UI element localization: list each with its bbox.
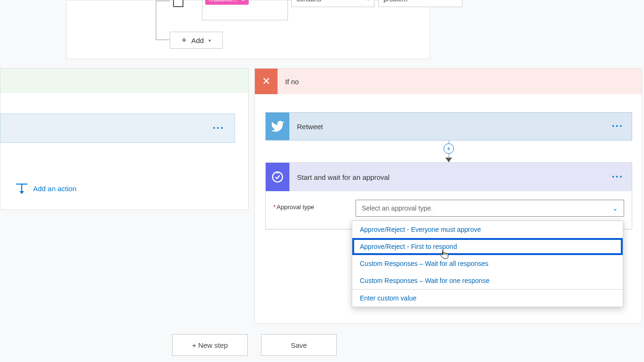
cursor-pointer-icon [440, 249, 449, 262]
if-no-title: If no [285, 78, 299, 86]
operator-value: contains [296, 0, 321, 3]
approval-title: Start and wait for an approval [297, 173, 612, 181]
dropdown-option-wait-all[interactable]: Custom Responses – Wait for all response… [352, 255, 623, 272]
new-step-button[interactable]: + New step [172, 334, 248, 356]
if-no-body: Retweet ··· + Start and wait for an appr… [255, 94, 642, 241]
add-action-icon [16, 184, 27, 193]
flow-connector: + [265, 141, 632, 162]
approval-type-select[interactable]: Select an approval type. ⌄ [356, 200, 624, 217]
condition-card: redworkfl... × contains ▾ problem + Add … [66, 0, 430, 59]
collapsed-action-card[interactable]: ··· [0, 114, 235, 143]
approval-type-dropdown: Approve/Reject - Everyone must approve A… [352, 221, 623, 307]
condition-value-input[interactable]: problem [378, 0, 462, 7]
if-yes-header [0, 69, 248, 93]
retweet-label: Retweet [297, 123, 612, 131]
chevron-down-icon: ▾ [367, 0, 369, 2]
twitter-icon [266, 113, 289, 140]
bottom-buttons: + New step Save [172, 334, 337, 356]
token-label: redworkfl... [209, 0, 237, 3]
dynamic-content-token[interactable]: redworkfl... × [205, 0, 249, 5]
branch-line-vertical [156, 0, 157, 39]
retweet-action-card[interactable]: Retweet ··· [265, 112, 632, 141]
approval-icon [266, 163, 289, 191]
condition-row-checkbox[interactable] [173, 0, 183, 7]
approval-type-label: *Approval type [273, 200, 349, 211]
approval-select-placeholder: Select an approval type. [362, 204, 433, 212]
add-action-button[interactable]: Add an action [16, 184, 77, 193]
token-remove-icon[interactable]: × [242, 0, 245, 3]
condition-operator-select[interactable]: contains ▾ [291, 0, 374, 7]
chevron-down-icon: ⌄ [612, 204, 618, 212]
dropdown-option-everyone[interactable]: Approve/Reject - Everyone must approve [352, 221, 623, 238]
dropdown-option-wait-one[interactable]: Custom Responses – Wait for one response [352, 272, 623, 289]
plus-icon: + [182, 35, 187, 45]
insert-step-button[interactable]: + [444, 143, 454, 154]
close-icon: ✕ [255, 69, 278, 94]
dropdown-option-first-to-respond[interactable]: Approve/Reject - First to respond [352, 238, 623, 255]
add-condition-button[interactable]: + Add ▾ [170, 32, 223, 49]
branch-line-h-top [156, 0, 170, 1]
chevron-down-icon: ▾ [209, 38, 211, 43]
if-no-header: ✕ If no [255, 69, 642, 94]
add-label: Add [191, 36, 204, 44]
approval-action-card: Start and wait for an approval ··· *Appr… [265, 162, 632, 230]
ellipsis-icon[interactable]: ··· [213, 122, 224, 134]
ellipsis-icon[interactable]: ··· [612, 120, 623, 132]
branch-line-h-bottom [156, 39, 170, 40]
condition-operand-box[interactable]: redworkfl... × [202, 0, 288, 20]
add-action-label: Add an action [33, 185, 77, 193]
ellipsis-icon[interactable]: ··· [612, 171, 623, 183]
condition-value-text: problem [383, 0, 408, 3]
save-button[interactable]: Save [261, 334, 337, 356]
approval-header[interactable]: Start and wait for an approval ··· [266, 163, 632, 191]
dropdown-enter-custom[interactable]: Enter custom value [352, 290, 623, 307]
